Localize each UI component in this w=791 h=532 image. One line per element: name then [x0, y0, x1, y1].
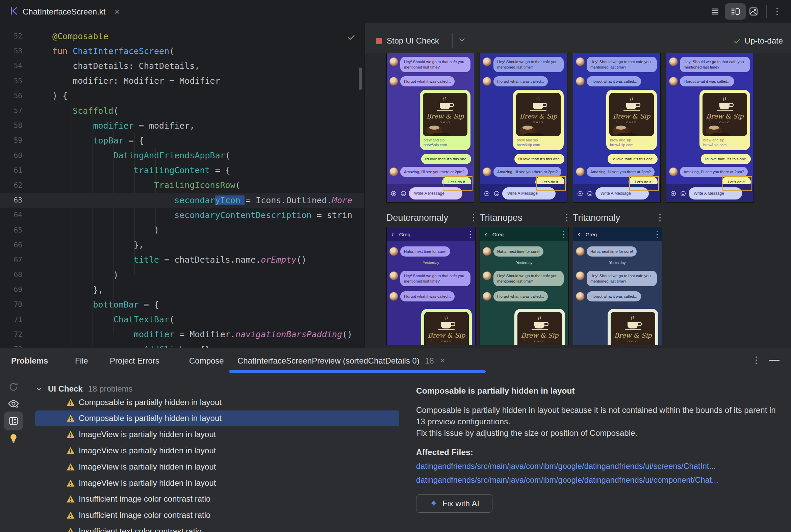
- code-line: 64 secondaryContentDescription = strin: [0, 208, 364, 223]
- line-number: 55: [0, 77, 22, 85]
- chat-bubble-outgoing: I'd love that! It's this one.: [514, 154, 564, 164]
- avatar: [483, 247, 492, 256]
- chevron-down-icon[interactable]: [458, 37, 466, 43]
- contact-name: Greg: [399, 232, 410, 237]
- design-view-icon[interactable]: [748, 6, 759, 17]
- problem-row[interactable]: Composable is partially hidden in layout: [35, 411, 399, 426]
- problem-row[interactable]: Insufficient image color contrast ratio: [35, 491, 399, 507]
- close-icon[interactable]: ×: [114, 7, 119, 17]
- phone-preview[interactable]: Hey! Should we go to that cafe you menti…: [666, 53, 754, 203]
- problem-row[interactable]: ImageView is partially hidden in layout: [35, 459, 399, 475]
- code-line: 58 modifier = modifier,: [0, 118, 364, 133]
- close-icon[interactable]: ×: [440, 356, 445, 366]
- kotlin-icon: [10, 6, 19, 18]
- coffee-shop-image: Brew & Sip OHIO: [517, 312, 562, 345]
- code-editor[interactable]: 52@Composable53fun ChatInterfaceScreen(5…: [0, 23, 364, 348]
- panel-title-problems[interactable]: Problems: [11, 348, 48, 373]
- phone-preview[interactable]: Hey! Should we go to that cafe you menti…: [573, 53, 661, 203]
- variant-label: Tritanopes: [480, 212, 567, 224]
- coffee-shop-image: Brew & Sip OHIO: [609, 93, 654, 136]
- problem-row[interactable]: ImageView is partially hidden in layout: [35, 427, 399, 442]
- chat-bubble-incoming: Hey! Should we go to that cafe you menti…: [680, 57, 750, 72]
- phone-preview[interactable]: ‹ Greg Haha, next time for sure! Yesterd…: [480, 227, 569, 345]
- stop-ui-check-button[interactable]: Stop UI Check: [387, 36, 439, 45]
- avatar: [389, 292, 398, 301]
- tab-preview-active[interactable]: ChatInterfaceScreenPreview (sortedChatDe…: [237, 348, 445, 373]
- problem-details: Composable is partially hidden in layout…: [416, 373, 781, 513]
- problem-row[interactable]: Composable is partially hidden in layout: [35, 394, 399, 410]
- coffee-shop-image: Brew & Sip OHIO: [423, 93, 467, 136]
- code-line: 55 modifier: Modifier = Modifier: [0, 74, 364, 89]
- ui-check-group-header[interactable]: UI Check 18 problems: [35, 382, 133, 396]
- problem-row[interactable]: ImageView is partially hidden in layout: [35, 442, 399, 458]
- affected-file-link[interactable]: datingandfriends/src/main/java/com/ibm/g…: [416, 462, 781, 471]
- more-kebab-icon[interactable]: [771, 6, 783, 17]
- tab-compose[interactable]: Compose: [189, 348, 224, 373]
- chat-app-bar: ‹ Greg: [387, 227, 475, 241]
- chat-bubble-incoming: Haha, next time for sure!: [494, 246, 544, 256]
- chat-menu-kebab-icon: [470, 231, 471, 238]
- chat-bubble-incoming: Haha, next time for sure!: [587, 246, 637, 256]
- line-number: 59: [0, 136, 22, 145]
- phone-preview[interactable]: ‹ Greg Haha, next time for sure! Yesterd…: [386, 227, 476, 345]
- chat-bubble-outgoing: I'd love that! It's this one.: [421, 154, 471, 164]
- svg-text:OHIO: OHIO: [441, 340, 452, 343]
- svg-text:Brew & Sip: Brew & Sip: [520, 112, 558, 120]
- ide-window: ChatInterfaceScreen.kt × 52@Composable53…: [0, 0, 791, 532]
- line-number: 69: [0, 286, 22, 294]
- inspections-ok-icon[interactable]: [347, 33, 356, 43]
- fix-with-ai-button[interactable]: Fix with AI: [416, 494, 493, 513]
- phone-preview[interactable]: Hey! Should we go to that cafe you menti…: [480, 53, 567, 203]
- preview-panel-icon[interactable]: [5, 412, 22, 430]
- details-divider[interactable]: [408, 373, 408, 532]
- svg-text:Brew & Sip: Brew & Sip: [427, 112, 465, 120]
- avatar: [483, 271, 492, 280]
- split-view-icon[interactable]: [730, 6, 741, 17]
- eye-filter-icon[interactable]: [5, 395, 22, 413]
- lightbulb-icon[interactable]: [5, 430, 22, 447]
- panel-options-kebab-icon[interactable]: [756, 357, 757, 364]
- link-preview-card: Brew & Sip OHIO: [514, 309, 565, 345]
- avatar: [389, 271, 398, 280]
- tab-chatinterfacescreen[interactable]: ChatInterfaceScreen.kt ×: [6, 4, 123, 20]
- variant-kebab-icon[interactable]: [659, 214, 661, 222]
- svg-text:OHIO: OHIO: [719, 121, 730, 124]
- svg-text:Brew & Sip: Brew & Sip: [614, 331, 652, 339]
- variant-kebab-icon[interactable]: [566, 214, 567, 222]
- editor-scrollbar[interactable]: [359, 68, 362, 90]
- variant-kebab-icon[interactable]: [473, 214, 474, 222]
- add-icon: [484, 191, 490, 196]
- affected-file-link[interactable]: datingandfriends/src/main/java/com/ibm/g…: [416, 476, 781, 485]
- warning-icon: [66, 414, 75, 422]
- problem-description: Composable is partially hidden in layout…: [416, 404, 778, 428]
- problems-tab-bar: Problems File Project Errors Compose Cha…: [0, 348, 791, 373]
- svg-text:OHIO: OHIO: [533, 121, 544, 124]
- phone-preview[interactable]: ‹ Greg Haha, next time for sure! Yesterd…: [573, 227, 662, 345]
- code-line: 68 ): [0, 267, 364, 282]
- problem-row[interactable]: ImageView is partially hidden in layout: [35, 475, 399, 491]
- variant-name: Tritanomaly: [573, 213, 620, 223]
- phone-preview[interactable]: Hey! Should we go to that cafe you menti…: [386, 53, 474, 203]
- add-icon: [577, 191, 583, 196]
- coffee-shop-image: Brew & Sip OHIO: [516, 93, 560, 136]
- add-icon: [670, 191, 676, 196]
- problems-body: UI Check 18 problems Composable is parti…: [0, 373, 791, 532]
- problem-row[interactable]: Insufficient image color contrast ratio: [35, 507, 399, 523]
- warning-icon: [66, 511, 75, 519]
- tab-project-errors[interactable]: Project Errors: [110, 348, 160, 373]
- avatar: [576, 271, 585, 280]
- avatar: [389, 167, 398, 176]
- code-line: 56) {: [0, 89, 364, 103]
- svg-text:OHIO: OHIO: [440, 121, 450, 124]
- minimize-icon[interactable]: [769, 360, 779, 361]
- warning-icon: [66, 495, 75, 503]
- chat-bubble-incoming: Hey! Should we go to that cafe you menti…: [587, 57, 657, 72]
- tab-file[interactable]: File: [75, 348, 88, 373]
- code-line: 53fun ChatInterfaceScreen(: [0, 43, 364, 58]
- svg-text:Brew & Sip: Brew & Sip: [613, 112, 651, 120]
- code-view-icon[interactable]: [709, 6, 721, 17]
- link-preview-card: Brew & Sip OHIO brew and sip brew&sip.co…: [513, 90, 564, 150]
- refresh-icon[interactable]: [5, 378, 22, 396]
- problem-row[interactable]: Insufficient text color contrast ratio: [35, 523, 399, 532]
- editor-tab-bar: ChatInterfaceScreen.kt ×: [0, 0, 791, 23]
